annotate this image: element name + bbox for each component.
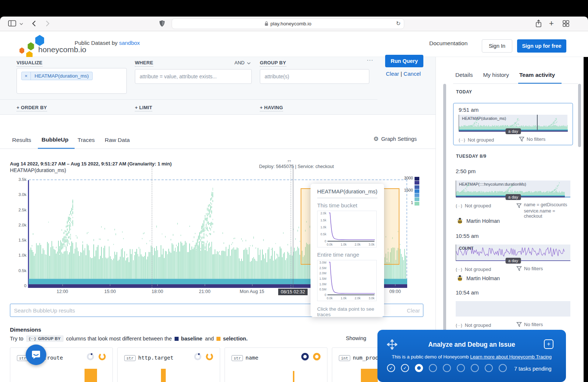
task-circle[interactable] bbox=[415, 364, 423, 372]
dimension-card-http-route[interactable]: str http.route bbox=[10, 347, 113, 382]
order-by-button[interactable]: + ORDER BY bbox=[17, 105, 47, 111]
dimension-name: name bbox=[245, 355, 258, 361]
where-input[interactable]: attribute = value, attribute exists... bbox=[135, 69, 252, 84]
heatmap-tooltip: HEATMAP(duration_ms) This time bucket 2.… bbox=[311, 184, 384, 317]
tooltip-bucket-label: This time bucket bbox=[317, 202, 377, 208]
panel-title: Analyze and Debug an Issue bbox=[377, 341, 566, 349]
tab-raw-data[interactable]: Raw Data bbox=[105, 137, 130, 143]
refresh-icon[interactable]: ↻ bbox=[396, 20, 401, 27]
content-scrollbar[interactable] bbox=[443, 84, 446, 333]
tab-overview-icon[interactable] bbox=[563, 20, 569, 27]
visualize-label[interactable]: VISUALIZE bbox=[17, 60, 43, 67]
card-filters: No filters bbox=[516, 266, 543, 271]
legend-max-label: 3000 bbox=[398, 176, 413, 180]
sign-in-label: Sign In bbox=[489, 43, 505, 49]
share-icon[interactable] bbox=[535, 19, 542, 28]
expand-icon[interactable]: + bbox=[544, 339, 553, 349]
chat-bubble-button[interactable] bbox=[26, 344, 46, 365]
and-label: AND bbox=[234, 60, 244, 65]
active-tab-underline bbox=[38, 148, 75, 149]
screen: play.honeycomb.io ↻ + honeycomb.io Publi… bbox=[0, 0, 588, 382]
duration-badge: a day bbox=[505, 128, 521, 134]
forward-icon[interactable] bbox=[46, 20, 50, 27]
tab-bubbleup[interactable]: BubbleUp bbox=[42, 136, 68, 143]
task-circle[interactable] bbox=[499, 364, 507, 372]
back-icon[interactable] bbox=[32, 20, 36, 27]
documentation-link[interactable]: Documentation bbox=[429, 40, 467, 47]
tab-team-activity[interactable]: Team activity bbox=[519, 72, 555, 78]
selection-bar bbox=[361, 369, 378, 382]
where-label[interactable]: WHERE bbox=[135, 60, 153, 67]
task-circle[interactable] bbox=[471, 364, 479, 372]
demo-tasks-panel: Analyze and Debug an Issue + This is a p… bbox=[377, 330, 566, 382]
y-axis-labels: 3.5k3.0k2.5k2.0k1.5k1.0k0.5k0 bbox=[10, 179, 26, 287]
shield-icon[interactable] bbox=[159, 20, 165, 27]
card-preview bbox=[456, 301, 570, 317]
dimension-name: num_prod bbox=[353, 355, 379, 361]
overflow-menu[interactable]: ... bbox=[367, 55, 373, 63]
card-grouping: {··}Not grouped bbox=[456, 203, 491, 208]
clear-query-link[interactable]: Clear bbox=[386, 71, 399, 77]
duration-badge: a day bbox=[505, 258, 521, 264]
where-and-dropdown[interactable]: AND bbox=[234, 60, 251, 65]
task-circle[interactable]: ✓ bbox=[401, 364, 409, 372]
history-card-250pm[interactable]: 2:50 pm HEATMAP(::::hnycolumn:durationMs… bbox=[453, 167, 573, 225]
time-range-label: Aug 14 2022, 9:51:27 AM – Aug 15 2022, 9… bbox=[10, 161, 172, 167]
honeycomb-logo[interactable]: honeycomb.io bbox=[10, 34, 80, 55]
history-card-951am[interactable]: 9:51 am HEATMAP(duration_ms) a day {··}N… bbox=[453, 103, 573, 145]
tab-traces[interactable]: Traces bbox=[78, 137, 95, 143]
task-circle[interactable] bbox=[457, 364, 465, 372]
sign-in-button[interactable]: Sign In bbox=[482, 39, 512, 53]
task-circle[interactable] bbox=[429, 364, 437, 372]
chip-remove-icon[interactable]: × bbox=[22, 72, 31, 80]
chevron-down-icon[interactable] bbox=[19, 23, 23, 25]
query-divider bbox=[0, 99, 377, 100]
sidebar-scrollbar[interactable] bbox=[578, 84, 581, 147]
visualize-chip[interactable]: × HEATMAP(duration_ms) bbox=[21, 72, 93, 80]
sidebar-toggle-icon[interactable] bbox=[8, 20, 16, 27]
url-bar[interactable]: play.honeycomb.io ↻ bbox=[172, 18, 404, 29]
sign-up-button[interactable]: Sign up for free bbox=[517, 39, 566, 53]
task-circle[interactable] bbox=[485, 364, 493, 372]
card-user: Martin Holman bbox=[456, 275, 500, 282]
group-by-label[interactable]: GROUP BY bbox=[260, 60, 286, 67]
tab-details[interactable]: Details bbox=[455, 72, 473, 78]
search-clear-button[interactable]: Clear bbox=[407, 307, 420, 314]
group-by-pill[interactable]: {··}GROUP BY bbox=[26, 335, 64, 342]
cancel-query-link[interactable]: Cancel bbox=[404, 71, 421, 77]
tooltip-range-label: Entire time range bbox=[317, 251, 377, 258]
bee-avatar bbox=[456, 275, 463, 282]
history-card-1055am[interactable]: 10:55 am COUNT a day {··}Not grouped No … bbox=[453, 231, 573, 281]
type-badge: str bbox=[232, 355, 243, 361]
new-tab-icon[interactable]: + bbox=[549, 19, 554, 28]
dimension-card-name[interactable]: str name bbox=[225, 347, 327, 382]
dimension-card-http-target[interactable]: str http.target bbox=[117, 347, 220, 382]
dataset-link[interactable]: sandbox bbox=[119, 40, 140, 46]
card-filters: No filters bbox=[516, 322, 543, 327]
chart-title: HEATMAP(duration_ms) bbox=[10, 167, 66, 173]
comparison-rings bbox=[86, 352, 107, 361]
showing-label: Showing bbox=[346, 335, 366, 341]
tab-my-history[interactable]: My history bbox=[483, 72, 509, 78]
task-circle[interactable] bbox=[443, 364, 451, 372]
dataset-prefix: Public Dataset by bbox=[75, 40, 118, 46]
card-time: 9:51 am bbox=[459, 107, 478, 113]
selection-bar bbox=[161, 369, 166, 382]
run-query-button[interactable]: Run Query bbox=[385, 55, 423, 67]
deploy-marker-icon: .TT bbox=[287, 160, 291, 163]
range-mini-chart: 3.0M2.5M2.0M1.5M1.0M0.5M00.0k1.0k2.0k3.0… bbox=[317, 260, 377, 301]
baseline-word: baseline bbox=[181, 336, 202, 342]
selection-bar bbox=[293, 371, 294, 382]
logo-text: honeycomb.io bbox=[38, 45, 86, 54]
limit-button[interactable]: + LIMIT bbox=[135, 105, 152, 111]
tab-results[interactable]: Results bbox=[12, 137, 31, 143]
task-circle[interactable]: ✓ bbox=[387, 364, 395, 372]
bucket-mini-chart: 2.0k1.5k1.0k0.5k00.0k1.0k2.0k3.0k bbox=[317, 211, 377, 247]
having-button[interactable]: + HAVING bbox=[260, 105, 283, 111]
visualize-box[interactable]: × HEATMAP(duration_ms) bbox=[17, 68, 127, 94]
filters-label: No filters bbox=[524, 266, 543, 271]
group-by-input[interactable]: attribute(s) bbox=[260, 69, 369, 84]
graph-settings-button[interactable]: ⚙ Graph Settings bbox=[373, 135, 417, 142]
tracing-link[interactable]: Learn more about Honeycomb Tracing bbox=[470, 354, 552, 360]
history-card-1054am[interactable]: 10:54 am {··}Not grouped No filters bbox=[453, 288, 573, 332]
